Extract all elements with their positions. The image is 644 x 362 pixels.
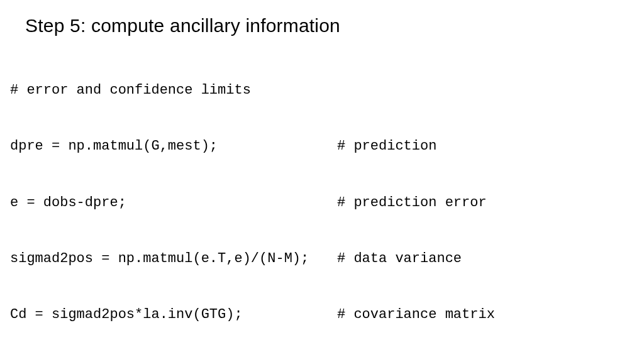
code-comment: # prediction error (337, 194, 487, 212)
code-text: e = dobs-dpre; (10, 194, 337, 212)
code-text: # error and confidence limits (10, 81, 251, 100)
code-line: e = dobs-dpre; # prediction error (10, 194, 634, 212)
code-block: # error and confidence limits dpre = np.… (10, 44, 634, 362)
code-comment: # prediction (337, 137, 436, 156)
code-text: sigmad2pos = np.matmul(e.T,e)/(N-M); (10, 250, 337, 268)
slide-title: Step 5: compute ancillary information (25, 15, 634, 36)
code-line: sigmad2pos = np.matmul(e.T,e)/(N-M); # d… (10, 250, 634, 268)
code-text: Cd = sigmad2pos*la.inv(GTG); (10, 305, 337, 324)
code-text: dpre = np.matmul(G,mest); (10, 137, 337, 156)
code-comment: # covariance matrix (337, 305, 495, 324)
code-line: dpre = np.matmul(G,mest); # prediction (10, 137, 634, 156)
code-comment-header: # error and confidence limits (10, 81, 634, 100)
code-comment: # data variance (337, 250, 462, 268)
code-line: Cd = sigmad2pos*la.inv(GTG); # covarianc… (10, 305, 634, 324)
